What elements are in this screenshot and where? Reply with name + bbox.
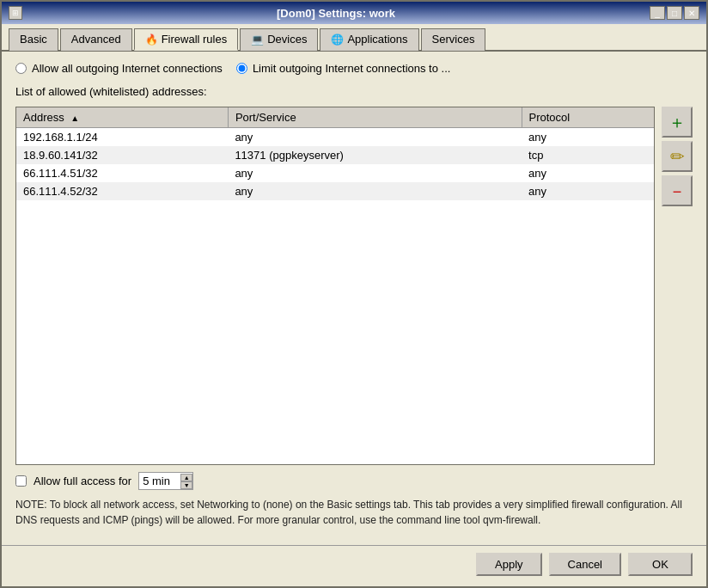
cell-port_service: any [228, 128, 522, 147]
applications-icon: 🌐 [331, 34, 344, 46]
table-row[interactable]: 192.168.1.1/24anyany [16, 128, 654, 147]
full-access-checkbox[interactable] [15, 475, 27, 487]
tab-devices-label: Devices [267, 33, 307, 46]
cell-protocol: any [522, 164, 654, 182]
edit-rule-button[interactable]: ✏ [662, 141, 693, 172]
firewall-icon: 🔥 [145, 34, 158, 46]
tab-basic-label: Basic [20, 33, 47, 46]
tab-content: Allow all outgoing Internet connections … [2, 52, 706, 545]
radio-row: Allow all outgoing Internet connections … [15, 62, 693, 75]
tab-firewall-rules[interactable]: 🔥Firewall rules [134, 28, 239, 51]
list-container: Address ▲ Port/Service Protocol [15, 107, 693, 465]
tab-applications[interactable]: 🌐Applications [320, 28, 418, 51]
cell-protocol: tcp [522, 146, 654, 164]
minimize-button[interactable]: _ [650, 6, 665, 20]
time-input[interactable] [139, 473, 180, 489]
window-icon: ⊞ [9, 6, 22, 20]
cell-port_service: 11371 (pgpkeyserver) [228, 146, 522, 164]
main-window: ⊞ [Dom0] Settings: work _ □ ✕ Basic Adva… [0, 0, 708, 588]
radio-limit-label: Limit outgoing Internet connections to .… [253, 62, 451, 75]
cell-port_service: any [228, 164, 522, 182]
table-action-buttons: ＋ ✏ － [662, 107, 693, 465]
tab-firewall-rules-label: Firewall rules [162, 33, 228, 46]
close-button[interactable]: ✕ [684, 6, 699, 20]
tab-bar: Basic Advanced 🔥Firewall rules 💻Devices … [2, 24, 706, 52]
tab-advanced-label: Advanced [71, 33, 121, 46]
col-address[interactable]: Address ▲ [16, 107, 228, 128]
spinner-controls: ▲ ▼ [180, 474, 192, 489]
col-protocol[interactable]: Protocol [522, 107, 654, 128]
footer: Apply Cancel OK [2, 545, 706, 586]
maximize-button[interactable]: □ [667, 6, 682, 20]
radio-allow-all: Allow all outgoing Internet connections [15, 62, 223, 75]
radio-limit-input[interactable] [236, 63, 247, 74]
tab-services-label: Services [432, 33, 475, 46]
note-text: NOTE: To block all network access, set N… [15, 497, 693, 528]
tab-basic[interactable]: Basic [9, 28, 58, 51]
firewall-table: Address ▲ Port/Service Protocol [16, 107, 654, 200]
cell-port_service: any [228, 182, 522, 200]
cell-protocol: any [522, 182, 654, 200]
list-label: List of allowed (whitelisted) addresses: [15, 85, 693, 98]
address-table: Address ▲ Port/Service Protocol [15, 107, 655, 465]
time-spinner: ▲ ▼ [138, 472, 193, 490]
radio-limit: Limit outgoing Internet connections to .… [236, 62, 451, 75]
ok-button[interactable]: OK [628, 553, 693, 576]
tab-services[interactable]: Services [421, 28, 486, 51]
cancel-button[interactable]: Cancel [549, 553, 621, 576]
table-row[interactable]: 66.111.4.51/32anyany [16, 164, 654, 182]
radio-allow-all-label: Allow all outgoing Internet connections [32, 62, 223, 75]
cell-address: 66.111.4.51/32 [16, 164, 228, 182]
titlebar: ⊞ [Dom0] Settings: work _ □ ✕ [2, 2, 706, 24]
sort-arrow: ▲ [70, 113, 79, 123]
cell-address: 192.168.1.1/24 [16, 128, 228, 147]
table-row[interactable]: 18.9.60.141/3211371 (pgpkeyserver)tcp [16, 146, 654, 164]
tab-devices[interactable]: 💻Devices [240, 28, 318, 51]
col-port-service[interactable]: Port/Service [228, 107, 522, 128]
cell-protocol: any [522, 128, 654, 147]
devices-icon: 💻 [251, 34, 264, 46]
full-access-label: Allow full access for [34, 475, 131, 487]
access-row: Allow full access for ▲ ▼ [15, 472, 693, 490]
add-rule-button[interactable]: ＋ [662, 107, 693, 138]
table-row[interactable]: 66.111.4.52/32anyany [16, 182, 654, 200]
apply-button[interactable]: Apply [476, 553, 542, 576]
radio-allow-all-input[interactable] [15, 63, 27, 74]
spinner-up[interactable]: ▲ [180, 474, 192, 481]
window-title: [Dom0] Settings: work [22, 7, 650, 20]
window-controls: _ □ ✕ [650, 6, 699, 20]
tab-advanced[interactable]: Advanced [60, 28, 132, 51]
remove-rule-button[interactable]: － [662, 175, 693, 206]
cell-address: 66.111.4.52/32 [16, 182, 228, 200]
tab-applications-label: Applications [347, 33, 407, 46]
cell-address: 18.9.60.141/32 [16, 146, 228, 164]
spinner-down[interactable]: ▼ [180, 481, 192, 489]
bottom-section: Allow full access for ▲ ▼ NOTE: To block… [15, 472, 693, 535]
